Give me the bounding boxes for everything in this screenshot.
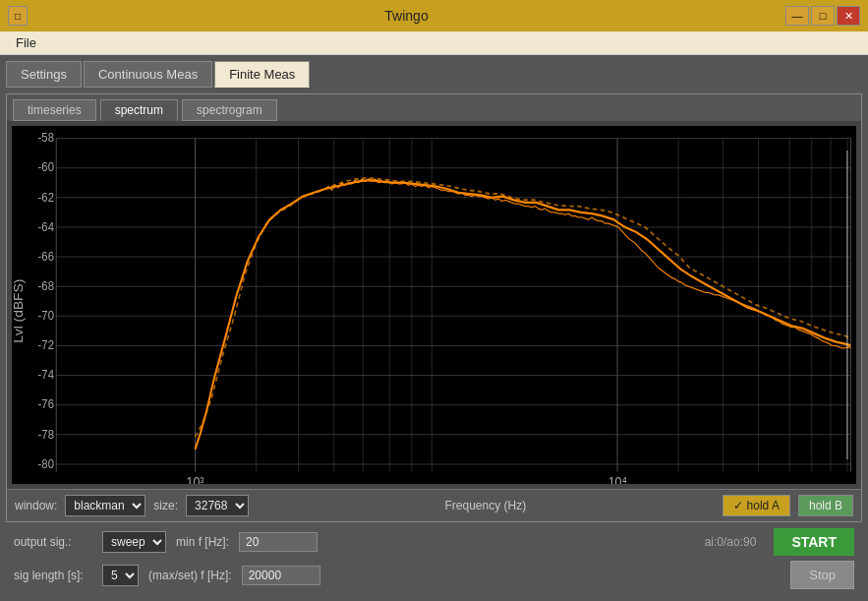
- chart-area: timeseries spectrum spectrogram: [6, 93, 862, 522]
- bottom-row-2: sig length [s]: 5 (max/set) f [Hz]: 2000…: [14, 561, 854, 589]
- minimize-button[interactable]: —: [785, 6, 809, 26]
- svg-text:-58: -58: [38, 131, 55, 146]
- min-f-value: 20: [239, 532, 318, 552]
- chart-container: -58 -60 -62 -64 -66 -68 -70 -72 -74 -76 …: [12, 126, 856, 484]
- svg-text:-80: -80: [38, 456, 55, 471]
- max-f-value: 20000: [242, 566, 320, 585]
- top-tabs: Settings Continuous Meas Finite Meas: [6, 61, 862, 88]
- window-title: Twingo: [28, 8, 785, 24]
- svg-text:-76: -76: [38, 397, 55, 412]
- titlebar-controls: — □ ✕: [785, 6, 860, 26]
- tab-timeseries[interactable]: timeseries: [13, 99, 96, 121]
- chart-controls: window: blackman size: 32768 Frequency (…: [7, 489, 861, 521]
- svg-text:-64: -64: [38, 219, 55, 234]
- file-menu[interactable]: File: [8, 33, 44, 52]
- hold-a-button[interactable]: ✓ hold A: [723, 495, 790, 516]
- stop-button[interactable]: Stop: [790, 561, 854, 589]
- size-select[interactable]: 32768: [186, 495, 249, 516]
- svg-text:10⁴: 10⁴: [608, 474, 627, 484]
- output-sig-select[interactable]: sweep: [102, 531, 166, 553]
- output-sig-label: output sig.:: [14, 535, 92, 549]
- bottom-panel: output sig.: sweep min f [Hz]: 20 ai:0/a…: [6, 522, 862, 595]
- main-window: □ Twingo — □ ✕ File Settings Continuous …: [0, 0, 868, 601]
- svg-text:-78: -78: [38, 427, 55, 442]
- min-f-label: min f [Hz]:: [176, 535, 229, 549]
- svg-text:-66: -66: [38, 249, 55, 264]
- svg-text:-60: -60: [38, 160, 55, 175]
- menubar: File: [0, 31, 868, 55]
- svg-text:-70: -70: [38, 309, 55, 324]
- hold-b-label: hold B: [809, 499, 842, 512]
- tab-spectrogram[interactable]: spectrogram: [182, 99, 277, 121]
- tab-continuous-meas[interactable]: Continuous Meas: [84, 61, 212, 88]
- hold-b-button[interactable]: hold B: [798, 495, 853, 516]
- titlebar: □ Twingo — □ ✕: [0, 0, 868, 31]
- hold-a-label: hold A: [747, 499, 780, 512]
- bottom-row-1: output sig.: sweep min f [Hz]: 20 ai:0/a…: [14, 528, 854, 556]
- svg-text:-68: -68: [38, 278, 55, 293]
- window-label: window:: [15, 499, 57, 512]
- window-icon: □: [8, 6, 28, 26]
- svg-text:10³: 10³: [187, 474, 205, 484]
- maximize-button[interactable]: □: [811, 6, 835, 26]
- frequency-label: Frequency (Hz): [257, 499, 715, 512]
- window-select[interactable]: blackman: [65, 495, 145, 516]
- view-tabs: timeseries spectrum spectrogram: [7, 94, 861, 121]
- sig-length-label: sig length [s]:: [14, 569, 92, 582]
- size-label: size:: [153, 499, 178, 512]
- sig-length-select[interactable]: 5: [102, 565, 139, 586]
- svg-text:Lvl (dBFS): Lvl (dBFS): [12, 279, 26, 343]
- svg-text:-62: -62: [38, 190, 55, 205]
- max-f-label: (max/set) f [Hz]:: [148, 569, 232, 582]
- main-content: Settings Continuous Meas Finite Meas tim…: [0, 55, 868, 601]
- start-button[interactable]: START: [774, 528, 854, 556]
- svg-text:-74: -74: [38, 368, 55, 383]
- hold-a-check-icon: ✓: [733, 499, 743, 512]
- chart-svg: -58 -60 -62 -64 -66 -68 -70 -72 -74 -76 …: [12, 126, 856, 484]
- tab-spectrum[interactable]: spectrum: [100, 99, 178, 121]
- device-label: ai:0/ao:90: [705, 535, 757, 549]
- close-button[interactable]: ✕: [837, 6, 860, 26]
- tab-settings[interactable]: Settings: [6, 61, 82, 88]
- svg-text:-72: -72: [38, 338, 55, 353]
- tab-finite-meas[interactable]: Finite Meas: [214, 61, 310, 88]
